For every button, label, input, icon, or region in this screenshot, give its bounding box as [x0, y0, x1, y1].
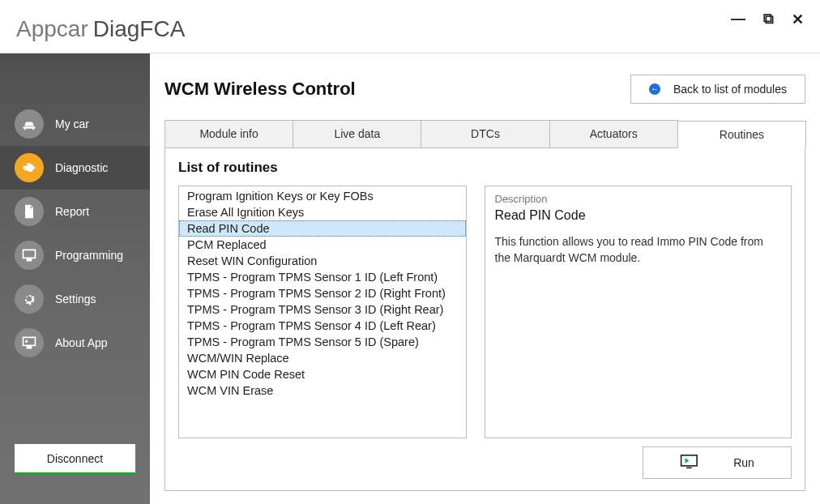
titlebar: Appcar DiagFCA — ⧉ ✕ — [0, 0, 820, 53]
main-header: WCM Wireless Control ← Back to list of m… — [164, 75, 805, 104]
description-label: Description — [495, 193, 782, 205]
app-title-part2: DiagFCA — [93, 16, 186, 42]
info-icon — [15, 328, 44, 357]
window-controls: — ⧉ ✕ — [731, 11, 804, 28]
engine-icon — [15, 153, 44, 182]
document-icon — [15, 197, 44, 226]
app-title: Appcar DiagFCA — [16, 16, 185, 42]
svg-rect-2 — [686, 467, 692, 468]
routines-columns: Program Ignition Keys or Key FOBsErase A… — [178, 186, 792, 438]
svg-point-0 — [25, 340, 28, 343]
routine-item[interactable]: WCM VIN Erase — [179, 382, 466, 399]
monitor-icon — [15, 241, 44, 270]
app-title-part1: Appcar — [16, 16, 88, 42]
description-text: This function allows you to read Immo PI… — [495, 234, 782, 266]
description-title: Read PIN Code — [495, 208, 782, 223]
svg-marker-3 — [685, 458, 690, 463]
routine-item[interactable]: Erase All Ignition Keys — [179, 204, 466, 220]
routine-item[interactable]: TPMS - Program TPMS Sensor 1 ID (Left Fr… — [179, 269, 466, 285]
arrow-left-icon: ← — [649, 83, 660, 95]
body: My car Diagnostic Report Programming Set… — [0, 53, 820, 504]
routine-item[interactable]: TPMS - Program TPMS Sensor 3 ID (Right R… — [179, 301, 466, 318]
maximize-button[interactable]: ⧉ — [763, 11, 774, 28]
routine-item[interactable]: Read PIN Code — [179, 220, 466, 237]
sidebar-item-report[interactable]: Report — [0, 190, 150, 233]
tab-actuators[interactable]: Actuators — [549, 120, 678, 147]
gear-icon — [15, 284, 44, 314]
routine-item[interactable]: Reset WIN Configuration — [179, 253, 466, 269]
sidebar: My car Diagnostic Report Programming Set… — [0, 53, 150, 504]
close-button[interactable]: ✕ — [792, 11, 804, 28]
routine-item[interactable]: TPMS - Program TPMS Sensor 2 ID (Right F… — [179, 285, 466, 301]
sidebar-bottom: Disconnect — [0, 444, 150, 504]
disconnect-button[interactable]: Disconnect — [15, 444, 135, 475]
sidebar-item-label: Programming — [55, 249, 123, 262]
routine-description-panel: Description Read PIN Code This function … — [485, 186, 792, 438]
run-button-label: Run — [733, 456, 754, 469]
sidebar-item-label: About App — [55, 336, 108, 349]
main-panel: WCM Wireless Control ← Back to list of m… — [150, 53, 820, 504]
back-to-modules-button[interactable]: ← Back to list of modules — [630, 75, 805, 104]
run-button[interactable]: Run — [643, 446, 792, 479]
routine-list[interactable]: Program Ignition Keys or Key FOBsErase A… — [178, 186, 467, 438]
routine-item[interactable]: WCM/WIN Replace — [179, 350, 466, 366]
back-button-label: Back to list of modules — [673, 83, 787, 96]
routine-item[interactable]: Program Ignition Keys or Key FOBs — [179, 188, 466, 204]
section-title: List of routines — [178, 160, 792, 176]
routine-item[interactable]: WCM PIN Code Reset — [179, 366, 466, 382]
tabs: Module info Live data DTCs Actuators Rou… — [164, 120, 805, 148]
sidebar-item-programming[interactable]: Programming — [0, 233, 150, 277]
page-title: WCM Wireless Control — [164, 79, 356, 100]
routine-item[interactable]: TPMS - Program TPMS Sensor 5 ID (Spare) — [179, 334, 466, 350]
tab-dtcs[interactable]: DTCs — [421, 120, 549, 147]
routine-item[interactable]: TPMS - Program TPMS Sensor 4 ID (Left Re… — [179, 318, 466, 334]
sidebar-item-diagnostic[interactable]: Diagnostic — [0, 146, 150, 190]
routine-item[interactable]: PCM Replaced — [179, 237, 466, 253]
sidebar-item-label: Settings — [55, 293, 96, 305]
run-row: Run — [178, 446, 792, 479]
tab-live-data[interactable]: Live data — [293, 120, 421, 147]
sidebar-item-about[interactable]: About App — [0, 321, 150, 365]
tab-routines[interactable]: Routines — [677, 121, 806, 148]
minimize-button[interactable]: — — [731, 11, 745, 28]
sidebar-item-my-car[interactable]: My car — [0, 102, 150, 146]
sidebar-item-label: Diagnostic — [55, 161, 108, 174]
sidebar-item-settings[interactable]: Settings — [0, 277, 150, 321]
car-icon — [15, 109, 44, 139]
sidebar-item-label: Report — [55, 205, 89, 218]
run-icon — [680, 454, 701, 472]
tab-module-info[interactable]: Module info — [164, 120, 293, 147]
sidebar-item-label: My car — [55, 117, 89, 130]
tab-content: List of routines Program Ignition Keys o… — [164, 148, 805, 491]
